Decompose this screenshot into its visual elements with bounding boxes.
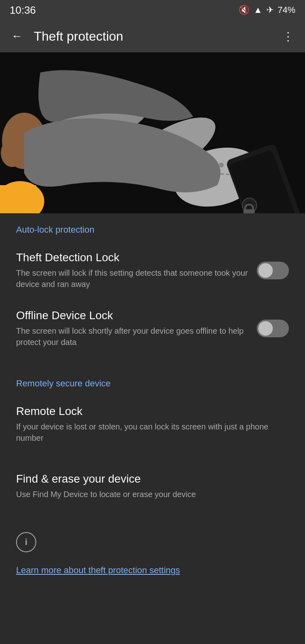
learn-more-link[interactable]: Learn more about theft protection settin… [0, 560, 305, 592]
more-options-button[interactable]: ⋮ [279, 27, 297, 45]
status-icons: 🔇 ▲ ✈ 74% [239, 5, 295, 15]
offline-device-lock-item[interactable]: Offline Device Lock The screen will lock… [0, 299, 305, 357]
section-label-remote: Remotely secure device [0, 367, 305, 395]
info-icon: i [16, 532, 36, 552]
theft-detection-lock-knob [258, 263, 273, 278]
section-divider-2 [0, 453, 305, 463]
theft-detection-lock-toggle[interactable] [257, 262, 289, 279]
theft-detection-lock-title: Theft Detection Lock [16, 251, 249, 264]
page-title: Theft protection [34, 29, 271, 44]
app-bar: ← Theft protection ⋮ [0, 20, 305, 52]
svg-rect-16 [243, 209, 255, 213]
hero-illustration [0, 52, 305, 213]
back-button[interactable]: ← [8, 27, 26, 45]
section-divider-1 [0, 357, 305, 367]
theft-detection-lock-text: Theft Detection Lock The screen will loc… [16, 251, 249, 290]
find-erase-item[interactable]: Find & erase your device Use Find My Dev… [0, 463, 305, 510]
section-divider-3 [0, 510, 305, 519]
more-dots-icon: ⋮ [282, 30, 294, 43]
section-label-auto-lock: Auto-lock protection [0, 213, 305, 242]
offline-device-lock-text: Offline Device Lock The screen will lock… [16, 309, 249, 348]
battery-text: 74% [278, 5, 295, 15]
wifi-icon: ▲ [253, 5, 262, 15]
airplane-icon: ✈ [266, 5, 274, 15]
offline-device-lock-knob [258, 321, 273, 336]
theft-detection-lock-desc: The screen will lock if this setting det… [16, 267, 249, 290]
status-time: 10:36 [10, 4, 36, 17]
offline-device-lock-toggle[interactable] [257, 320, 289, 337]
remote-lock-item[interactable]: Remote Lock If your device is lost or st… [0, 395, 305, 453]
remote-lock-desc: If your device is lost or stolen, you ca… [16, 421, 289, 444]
svg-point-2 [1, 139, 23, 167]
mute-icon: 🔇 [239, 5, 249, 15]
offline-device-lock-desc: The screen will lock shortly after your … [16, 325, 249, 348]
find-erase-text: Find & erase your device Use Find My Dev… [16, 473, 289, 500]
back-arrow-icon: ← [11, 30, 23, 43]
content-area: Auto-lock protection Theft Detection Loc… [0, 213, 305, 592]
theft-detection-lock-item[interactable]: Theft Detection Lock The screen will loc… [0, 242, 305, 299]
offline-device-lock-title: Offline Device Lock [16, 309, 249, 322]
find-erase-desc: Use Find My Device to locate or erase yo… [16, 489, 289, 500]
info-letter: i [25, 537, 27, 547]
svg-rect-4 [0, 185, 36, 213]
remote-lock-title: Remote Lock [16, 405, 289, 418]
status-bar: 10:36 🔇 ▲ ✈ 74% [0, 0, 305, 20]
info-section: i [0, 519, 305, 560]
remote-lock-text: Remote Lock If your device is lost or st… [16, 405, 289, 444]
find-erase-title: Find & erase your device [16, 473, 289, 485]
svg-point-11 [219, 163, 224, 167]
